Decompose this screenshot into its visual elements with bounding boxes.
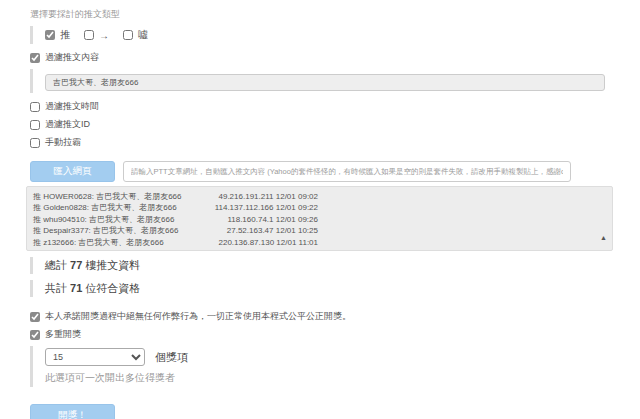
stat-qualified-number: 71 [70, 282, 82, 294]
push-line: 推 Golden0828: 吉巴我大哥、老朋友666114.137.112.16… [33, 202, 318, 213]
fairness-promise-label: 本人承諾開獎過程中絕無任何作弊行為，一切正常使用本程式公平公正開獎。 [45, 310, 351, 323]
filter-id-label: 過濾推文ID [45, 118, 90, 131]
filter-content-input-block [30, 69, 640, 93]
push-text: 推 HOWER0628: 吉巴我大哥、老朋友666 [33, 191, 211, 202]
push-type-push-label: 推 [60, 28, 70, 42]
push-ip-time: 49.216.191.211 12/01 09:02 [211, 191, 318, 202]
push-ip-time: 118.160.74.1 12/01 09:26 [211, 214, 318, 225]
push-type-boo-checkbox[interactable] [123, 30, 133, 40]
push-type-boo-label: 噓 [138, 28, 148, 42]
stat-qualified-suffix: 位符合資格 [82, 282, 140, 294]
filter-time-label: 過濾推文時間 [45, 100, 99, 113]
stat-total-row: 總計 77 樓推文資料 [30, 257, 640, 274]
push-ip-time: 27.52.163.47 12/01 10:25 [211, 225, 318, 236]
push-text: 推 whu904510: 吉巴我大哥、老朋友666 [33, 214, 211, 225]
import-row: 匯入網頁 [30, 161, 640, 182]
fairness-promise-checkbox[interactable] [30, 312, 40, 322]
filter-time-checkbox[interactable] [30, 102, 40, 112]
manual-slot-checkbox[interactable] [30, 138, 40, 148]
push-text: 推 Despair3377: 吉巴我大哥、老朋友666 [33, 225, 211, 236]
filter-content-input[interactable] [45, 74, 605, 91]
push-ip-time: 220.136.87.130 12/01 11:01 [211, 237, 318, 248]
push-ip-time: 114.137.112.166 12/01 09:22 [211, 202, 318, 213]
lottery-app: 選擇要採計的推文類型 推 → 噓 過濾推文內容 過濾推文時間 過濾推文ID 手動… [0, 0, 640, 419]
push-type-boo[interactable]: 噓 [123, 28, 148, 42]
stat-total-prefix: 總計 [45, 259, 70, 271]
push-type-push[interactable]: 推 [45, 28, 70, 42]
prize-count-select[interactable]: 15 [45, 348, 145, 366]
prize-count-row: 15 個獎項 [45, 348, 640, 366]
push-type-arrow-checkbox[interactable] [84, 30, 94, 40]
push-list[interactable]: ▲ 推 HOWER0628: 吉巴我大哥、老朋友66649.216.191.21… [26, 186, 613, 251]
stat-total-number: 77 [70, 259, 82, 271]
filter-id-checkbox[interactable] [30, 120, 40, 130]
multi-draw-hint: 此選項可一次開出多位得獎者 [45, 371, 640, 385]
stat-total-suffix: 樓推文資料 [82, 259, 140, 271]
filter-id-row[interactable]: 過濾推文ID [30, 118, 640, 131]
multi-draw-checkbox[interactable] [30, 330, 40, 340]
push-line: 推 Despair3377: 吉巴我大哥、老朋友66627.52.163.47 … [33, 225, 318, 236]
push-text: 推 z132666: 吉巴我大哥、老朋友666 [33, 237, 211, 248]
push-type-arrow[interactable]: → [84, 30, 109, 41]
filter-content-label: 過濾推文內容 [45, 51, 99, 64]
push-type-arrow-label: → [99, 30, 109, 41]
filter-content-row[interactable]: 過濾推文內容 [30, 51, 640, 64]
push-type-section-label: 選擇要採計的推文類型 [30, 8, 640, 21]
prize-unit-label: 個獎項 [155, 350, 188, 365]
multi-draw-label: 多重開獎 [45, 328, 81, 341]
fairness-promise-row[interactable]: 本人承諾開獎過程中絕無任何作弊行為，一切正常使用本程式公平公正開獎。 [30, 310, 640, 323]
filter-content-checkbox[interactable] [30, 53, 40, 63]
push-line: 推 HOWER0628: 吉巴我大哥、老朋友66649.216.191.211 … [33, 191, 318, 202]
push-line: 推 z132666: 吉巴我大哥、老朋友666220.136.87.130 12… [33, 237, 318, 248]
multi-draw-row[interactable]: 多重開獎 [30, 328, 640, 341]
push-type-options: 推 → 噓 [30, 26, 640, 44]
scrollbar-up-icon[interactable]: ▲ [600, 234, 607, 241]
manual-slot-label: 手動拉霸 [45, 136, 81, 149]
manual-slot-row[interactable]: 手動拉霸 [30, 136, 640, 149]
push-line: 推 whu904510: 吉巴我大哥、老朋友666118.160.74.1 12… [33, 214, 318, 225]
push-type-push-checkbox[interactable] [45, 30, 55, 40]
draw-button[interactable]: 開獎！ [30, 404, 115, 419]
import-webpage-button[interactable]: 匯入網頁 [30, 161, 115, 182]
stat-qualified-prefix: 共計 [45, 282, 70, 294]
article-url-input[interactable] [123, 161, 571, 182]
push-text: 推 Golden0828: 吉巴我大哥、老朋友666 [33, 202, 211, 213]
filter-time-row[interactable]: 過濾推文時間 [30, 100, 640, 113]
stat-qualified-row: 共計 71 位符合資格 [30, 280, 640, 297]
prize-count-block: 15 個獎項 此選項可一次開出多位得獎者 [30, 346, 640, 387]
